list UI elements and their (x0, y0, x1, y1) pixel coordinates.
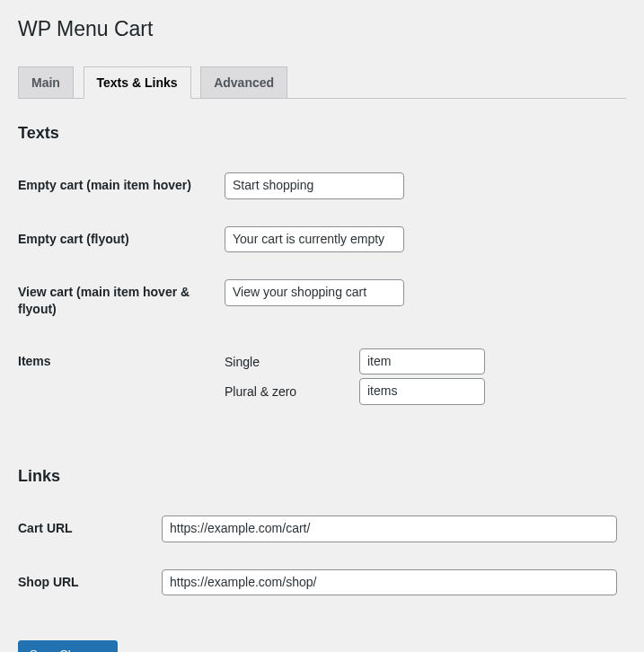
input-shop-url[interactable] (162, 569, 617, 596)
tab-advanced[interactable]: Advanced (200, 66, 287, 98)
tab-navigation: Main Texts & Links Advanced (18, 57, 626, 99)
input-view-cart[interactable] (225, 279, 404, 306)
label-items-plural: Plural & zero (225, 384, 359, 399)
label-items-single: Single (225, 355, 359, 369)
input-cart-url[interactable] (162, 515, 617, 542)
section-title-links: Links (18, 467, 626, 486)
page-title: WP Menu Cart (18, 9, 626, 45)
label-empty-cart-hover: Empty cart (main item hover) (18, 159, 216, 213)
texts-form-table: Empty cart (main item hover) Empty cart … (18, 159, 626, 422)
tab-main[interactable]: Main (18, 66, 74, 98)
input-items-single[interactable] (359, 348, 485, 375)
save-button[interactable]: Save Changes (18, 640, 118, 652)
input-empty-cart-flyout[interactable] (225, 226, 404, 253)
links-form-table: Cart URL Shop URL (18, 502, 626, 609)
input-items-plural[interactable] (359, 378, 485, 405)
input-empty-cart-hover[interactable] (225, 172, 404, 199)
label-items: Items (18, 335, 216, 422)
label-view-cart: View cart (main item hover & flyout) (18, 266, 216, 334)
label-empty-cart-flyout: Empty cart (flyout) (18, 213, 216, 267)
label-cart-url: Cart URL (18, 502, 153, 556)
label-shop-url: Shop URL (18, 556, 153, 610)
section-title-texts: Texts (18, 124, 626, 143)
tab-texts-links[interactable]: Texts & Links (84, 66, 191, 99)
